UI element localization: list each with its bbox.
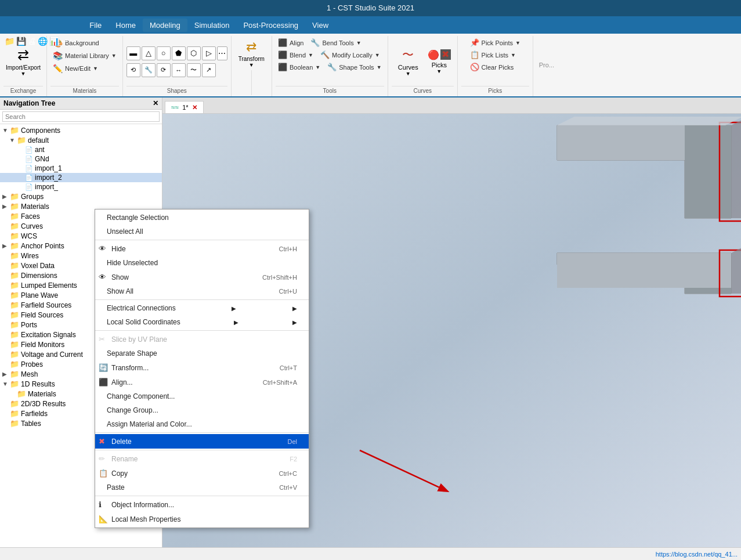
ctx-separator-3 xyxy=(95,330,309,331)
shape-btn-3[interactable]: ⟳ xyxy=(157,63,171,77)
more-shape-btn[interactable]: ⋯ xyxy=(217,46,227,60)
ribbon-group-pro: Pro... xyxy=(533,36,560,96)
tree-item-default[interactable]: ▼📁default xyxy=(0,135,162,145)
folder-icon[interactable]: 📁 xyxy=(5,37,15,46)
ctx-separator-5 xyxy=(95,450,309,450)
title-bar: 1 - CST Studio Suite 2021 xyxy=(0,0,741,16)
ribbon-group-tools: ⬛Align 🔧Bend Tools▼ ⬛Blend▼ 🔨Modify Loca… xyxy=(272,36,388,96)
tree-item-gnd[interactable]: 📄GNd xyxy=(0,154,162,164)
ctx-object-info[interactable]: ℹObject Information... xyxy=(95,497,309,512)
material-library-button[interactable]: 📚 Material Library ▼ xyxy=(50,50,119,62)
tab-close-button[interactable]: ✕ xyxy=(192,104,197,111)
pro-group-label xyxy=(537,93,556,95)
curves-button[interactable]: 〜 Curves ▼ xyxy=(392,45,424,79)
align-button[interactable]: ⬛Align xyxy=(276,37,306,48)
ctx-slice-uv-plane: ✂Slice by UV Plane xyxy=(95,332,309,346)
tree-item-groups[interactable]: ▶📁Groups xyxy=(0,192,162,201)
nav-panel-header: Navigation Tree ✕ xyxy=(0,97,162,110)
materials-group-label: Materials xyxy=(50,86,119,95)
shape-btn-5[interactable]: 〜 xyxy=(187,63,201,77)
slice-icon: ✂ xyxy=(99,335,109,344)
quick-access-toolbar: 📁 💾 🖨 🌐 📊 ↩ ↪ · xyxy=(5,32,80,50)
network-icon[interactable]: 🌐 xyxy=(38,37,48,46)
ctx-paste[interactable]: Paste Ctrl+V xyxy=(95,480,309,494)
rect-shape-btn[interactable]: ▬ xyxy=(126,46,140,60)
arrow-shape-btn[interactable]: ▷ xyxy=(202,46,216,60)
ctx-change-component[interactable]: Change Component... xyxy=(95,389,309,403)
save-icon[interactable]: 💾 xyxy=(16,37,26,46)
ctx-unselect-all[interactable]: Unselect All xyxy=(95,225,309,239)
transform-ctx-icon: 🔄 xyxy=(99,363,109,372)
align-ctx-icon: ⬛ xyxy=(99,378,109,386)
boolean-button[interactable]: ⬛Boolean▼ xyxy=(276,62,323,73)
pick-lists-button[interactable]: 📋Pick Lists▼ xyxy=(468,49,518,60)
shape-btn-4[interactable]: ↔ xyxy=(172,63,186,77)
shape-btn-1[interactable]: ⟲ xyxy=(126,63,140,77)
ctx-rename: ✏Rename F2 xyxy=(95,451,309,466)
tree-item-import[interactable]: 📄import_ xyxy=(0,182,162,192)
tree-item-ant[interactable]: 📄ant xyxy=(0,145,162,154)
exchange-group-label: Exchange xyxy=(3,86,43,95)
ribbon-group-shapes: ▬ △ ○ ⬟ ⬡ ▷ ⋯ ⟲ 🔧 ⟳ ↔ 〜 ↗ Shapes xyxy=(123,36,232,96)
svg-rect-4 xyxy=(685,125,731,218)
menu-view[interactable]: View xyxy=(305,19,335,32)
ribbon: ⇄ Import/Export ▼ Exchange 🎨 Background … xyxy=(0,34,741,97)
picks-button[interactable]: 🔴 ✖ Picks ▼ xyxy=(425,47,453,77)
undo-icon[interactable]: ↩ xyxy=(61,37,68,46)
shape-btn-2[interactable]: 🔧 xyxy=(142,63,156,77)
nav-panel-close[interactable]: ✕ xyxy=(153,99,158,107)
triangle-shape-btn[interactable]: △ xyxy=(142,46,156,60)
info-icon: ℹ xyxy=(99,500,109,509)
pro-button[interactable]: Pro... xyxy=(537,60,556,70)
pick-points-button[interactable]: 📌Pick Points▼ xyxy=(468,37,523,48)
new-edit-button[interactable]: ✏️ New/Edit ▼ xyxy=(50,63,100,74)
ctx-hide[interactable]: 👁Hide Ctrl+H xyxy=(95,241,309,256)
toolbar-icon1[interactable]: 📊 xyxy=(49,37,59,46)
hex-shape-btn[interactable]: ⬡ xyxy=(187,46,201,60)
ctx-separate-shape[interactable]: Separate Shape xyxy=(95,346,309,360)
ctx-local-solid-coordinates[interactable]: Local Solid Coordinates ▶ xyxy=(95,315,309,329)
shape-btn-6[interactable]: ↗ xyxy=(202,63,216,77)
transform-button[interactable]: ⇄ Transform ▼ xyxy=(236,37,267,70)
menu-modeling[interactable]: Modeling xyxy=(143,19,187,32)
diamond-shape-btn[interactable]: ⬟ xyxy=(172,46,186,60)
modify-locally-button[interactable]: 🔨Modify Locally▼ xyxy=(318,49,382,60)
clear-picks-button[interactable]: 🚫Clear Picks xyxy=(468,62,516,73)
ctx-show[interactable]: 👁Show Ctrl+Shift+H xyxy=(95,270,309,284)
ctx-show-all[interactable]: Show All Ctrl+U xyxy=(95,284,309,298)
ctx-copy[interactable]: 📋Copy Ctrl+C xyxy=(95,466,309,480)
circle-shape-btn[interactable]: ○ xyxy=(157,46,171,60)
svg-marker-10 xyxy=(731,117,741,218)
ctx-rectangle-selection[interactable]: Rectangle Selection xyxy=(95,211,309,225)
menu-home[interactable]: Home xyxy=(109,19,143,32)
ctx-change-group[interactable]: Change Group... xyxy=(95,403,309,417)
ctx-hide-unselected[interactable]: Hide Unselected xyxy=(95,256,309,270)
ctx-assign-material[interactable]: Assign Material and Color... xyxy=(95,417,309,431)
tree-item-import2[interactable]: 📄import_2 xyxy=(0,173,162,182)
redo-icon[interactable]: ↪ xyxy=(70,37,77,46)
tree-item-import1[interactable]: 📄import_1 xyxy=(0,164,162,173)
ctx-electrical-connections[interactable]: Electrical Connections ▶ xyxy=(95,301,309,315)
model-tab[interactable]: ≈≈ 1* ✕ xyxy=(165,101,204,113)
bend-tools-button[interactable]: 🔧Bend Tools▼ xyxy=(308,37,363,48)
context-menu: Rectangle Selection Unselect All 👁Hide C… xyxy=(95,209,309,528)
ctx-delete[interactable]: ✖Delete Del xyxy=(95,434,309,449)
delete-icon: ✖ xyxy=(99,437,109,446)
tree-item-components[interactable]: ▼📁Components xyxy=(0,125,162,135)
menu-post-processing[interactable]: Post-Processing xyxy=(236,19,305,32)
status-bar: https://blog.csdn.net/qq_41... xyxy=(0,547,741,560)
ctx-local-mesh[interactable]: 📐Local Mesh Properties xyxy=(95,512,309,526)
shapes-group-label: Shapes xyxy=(126,86,227,95)
menu-simulation[interactable]: Simulation xyxy=(187,19,237,32)
ctx-transform[interactable]: 🔄Transform... Ctrl+T xyxy=(95,360,309,375)
blend-button[interactable]: ⬛Blend▼ xyxy=(276,49,316,60)
picks-group-label: Picks xyxy=(461,86,529,95)
ctx-align[interactable]: ⬛Align... Ctrl+Shift+A xyxy=(95,375,309,389)
nav-search-input[interactable] xyxy=(2,111,160,122)
ctx-separator-2 xyxy=(95,299,309,300)
shape-tools-button[interactable]: 🔧Shape Tools▼ xyxy=(325,62,384,73)
hide-icon: 👁 xyxy=(99,244,109,253)
menu-file[interactable]: File xyxy=(82,19,109,32)
print-icon[interactable]: 🖨 xyxy=(28,37,36,46)
tab-bar: ≈≈ 1* ✕ xyxy=(162,97,741,114)
